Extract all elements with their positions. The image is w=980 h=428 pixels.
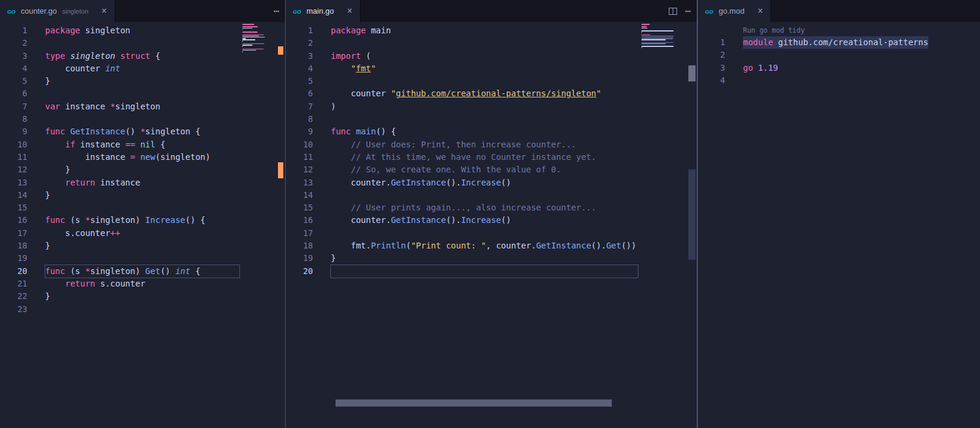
line-number[interactable]: 12 — [0, 163, 27, 176]
code-line[interactable]: 6 — [0, 87, 285, 100]
code-line[interactable]: 13 counter.GetInstance().Increase() — [286, 177, 697, 189]
code-line[interactable]: 6 counter "github.com/creational-pattern… — [286, 87, 697, 100]
line-number[interactable]: 7 — [0, 100, 27, 113]
code-line[interactable]: 12 } — [0, 163, 285, 176]
code-line[interactable]: 21 return s.counter — [0, 278, 285, 290]
code-line[interactable]: 2 — [698, 49, 980, 61]
line-number[interactable]: 16 — [286, 214, 313, 226]
code-line[interactable]: 19 — [0, 252, 285, 265]
line-number[interactable]: 4 — [286, 62, 313, 75]
line-number[interactable]: 9 — [0, 125, 27, 138]
line-number[interactable]: 16 — [0, 214, 27, 226]
codelens-action[interactable]: Run go mod tidy — [743, 24, 980, 36]
line-number[interactable]: 3 — [698, 62, 725, 74]
line-number[interactable]: 20 — [286, 265, 313, 278]
line-number[interactable]: 15 — [0, 202, 27, 214]
minimap[interactable] — [641, 24, 675, 50]
code-line[interactable]: 16func (s *singleton) Increase() { — [0, 214, 285, 226]
code-line[interactable]: 5 — [286, 75, 697, 87]
line-number[interactable]: 14 — [286, 189, 313, 202]
code-line[interactable]: 17 — [286, 227, 697, 240]
code-line[interactable]: 7var instance *singleton — [0, 100, 285, 113]
code-line[interactable]: 11 // At this time, we have no Counter i… — [286, 151, 697, 163]
code-line[interactable]: 1package main — [286, 24, 697, 37]
line-number[interactable]: 19 — [0, 252, 27, 265]
code-line[interactable]: 14} — [0, 189, 285, 202]
line-number[interactable]: 18 — [286, 240, 313, 252]
line-number[interactable]: 23 — [0, 303, 27, 316]
code-line[interactable]: 1module github.com/creational-patterns — [698, 36, 980, 49]
code-line[interactable]: 18 fmt.Println("Print count: ", counter.… — [286, 240, 697, 252]
line-number[interactable]: 20 — [0, 265, 27, 278]
line-number[interactable]: 8 — [0, 113, 27, 125]
code-line[interactable]: 22} — [0, 290, 285, 303]
close-icon[interactable]: × — [755, 6, 764, 16]
code-line[interactable]: 20 — [286, 265, 697, 278]
code-line[interactable]: 8 — [0, 113, 285, 125]
editor-counter-go[interactable]: 1package singleton23type singleton struc… — [0, 22, 285, 428]
close-icon[interactable]: × — [345, 6, 354, 16]
code-line[interactable]: 14 — [286, 189, 697, 202]
code-line[interactable]: 20func (s *singleton) Get() int { — [0, 265, 285, 278]
code-line[interactable]: 9func main() { — [286, 125, 697, 138]
line-number[interactable]: 10 — [0, 139, 27, 151]
line-number[interactable]: 12 — [286, 163, 313, 176]
code-line[interactable]: 10 if instance == nil { — [0, 139, 285, 151]
line-number[interactable]: 19 — [286, 252, 313, 265]
line-number[interactable]: 14 — [0, 189, 27, 202]
line-number[interactable]: 7 — [286, 100, 313, 113]
editor-go-mod[interactable]: Run go mod tidy1module github.com/creati… — [698, 22, 980, 428]
line-number[interactable]: 6 — [0, 87, 27, 100]
code-line[interactable]: 15 — [0, 202, 285, 214]
close-icon[interactable]: × — [100, 6, 109, 16]
line-number[interactable]: 13 — [0, 177, 27, 189]
code-line[interactable]: 12 // So, we create one. With the value … — [286, 163, 697, 176]
code-line[interactable]: 10 // User does: Print, then increase co… — [286, 139, 697, 151]
line-number[interactable]: 11 — [0, 151, 27, 163]
line-number[interactable]: 3 — [0, 50, 27, 62]
code-line[interactable]: 18} — [0, 240, 285, 252]
line-number[interactable]: 2 — [0, 37, 27, 49]
line-number[interactable]: 21 — [0, 278, 27, 290]
split-editor-icon[interactable] — [668, 7, 678, 16]
code-line[interactable]: 3go 1.19 — [698, 62, 980, 74]
minimap[interactable] — [242, 24, 276, 54]
code-line[interactable]: 16 counter.GetInstance().Increase() — [286, 214, 697, 226]
vertical-scrollbar-thumb[interactable] — [688, 65, 696, 81]
code-line[interactable]: 13 return instance — [0, 177, 285, 189]
tab-counter-go[interactable]: GO counter.go singleton × — [0, 0, 115, 22]
more-actions-icon[interactable]: ⋯ — [273, 5, 279, 17]
code-line[interactable]: 5} — [0, 75, 285, 87]
editor-main-go[interactable]: 1package main23import (4 "fmt"56 counter… — [286, 22, 697, 428]
code-line[interactable]: 4 counter int — [0, 62, 285, 75]
line-number[interactable]: 8 — [286, 113, 313, 125]
code-line[interactable]: 4 "fmt" — [286, 62, 697, 75]
line-number[interactable]: 1 — [698, 36, 725, 49]
code-line[interactable]: 11 instance = new(singleton) — [0, 151, 285, 163]
line-number[interactable]: 17 — [0, 227, 27, 240]
line-number[interactable]: 1 — [286, 24, 313, 37]
line-number[interactable]: 17 — [286, 227, 313, 240]
line-number[interactable]: 5 — [286, 75, 313, 87]
line-number[interactable]: 2 — [698, 49, 725, 61]
vertical-scrollbar-track-decoration[interactable] — [688, 169, 696, 260]
code-line[interactable]: 2 — [286, 37, 697, 49]
more-actions-icon[interactable]: ⋯ — [685, 5, 691, 17]
tab-main-go[interactable]: GO main.go × — [286, 0, 361, 22]
code-line[interactable]: 3import ( — [286, 50, 697, 62]
line-number[interactable]: 13 — [286, 177, 313, 189]
line-number[interactable]: 15 — [286, 202, 313, 214]
line-number[interactable]: 2 — [286, 37, 313, 49]
line-number[interactable]: 5 — [0, 75, 27, 87]
line-number[interactable]: 11 — [286, 151, 313, 163]
line-number[interactable]: 9 — [286, 125, 313, 138]
code-line[interactable]: 4 — [698, 74, 980, 87]
code-line[interactable]: 23 — [0, 303, 285, 316]
code-line[interactable]: 8 — [286, 113, 697, 125]
code-line[interactable]: 19} — [286, 252, 697, 265]
horizontal-scrollbar-thumb[interactable] — [336, 399, 612, 407]
tab-go-mod[interactable]: GO go.mod × — [698, 0, 771, 22]
line-number[interactable]: 4 — [698, 74, 725, 87]
code-line[interactable]: 17 s.counter++ — [0, 227, 285, 240]
line-number[interactable]: 18 — [0, 240, 27, 252]
